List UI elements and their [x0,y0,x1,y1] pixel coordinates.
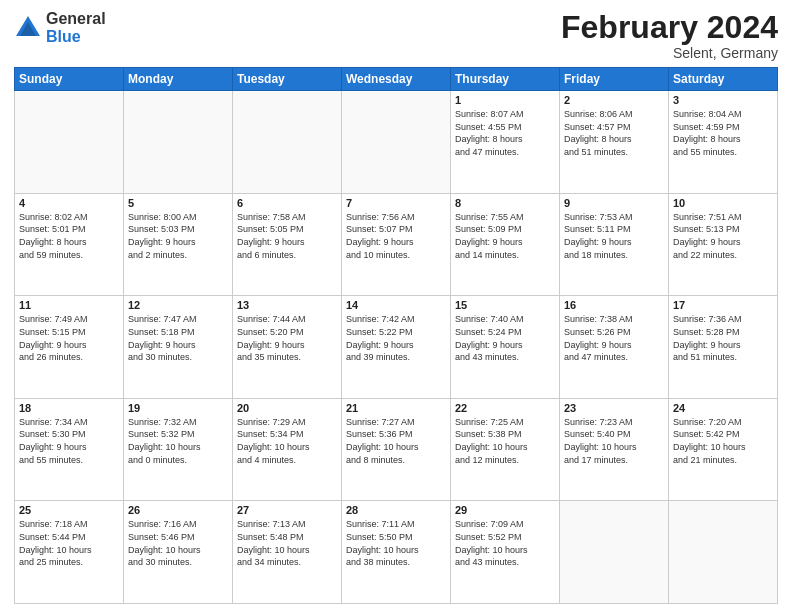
calendar-cell: 13Sunrise: 7:44 AM Sunset: 5:20 PM Dayli… [233,296,342,399]
calendar-week-3: 18Sunrise: 7:34 AM Sunset: 5:30 PM Dayli… [15,398,778,501]
day-number: 6 [237,197,337,209]
day-info: Sunrise: 7:18 AM Sunset: 5:44 PM Dayligh… [19,518,119,568]
day-info: Sunrise: 7:47 AM Sunset: 5:18 PM Dayligh… [128,313,228,363]
day-number: 13 [237,299,337,311]
day-info: Sunrise: 7:55 AM Sunset: 5:09 PM Dayligh… [455,211,555,261]
calendar-cell: 8Sunrise: 7:55 AM Sunset: 5:09 PM Daylig… [451,193,560,296]
calendar-cell: 11Sunrise: 7:49 AM Sunset: 5:15 PM Dayli… [15,296,124,399]
day-info: Sunrise: 7:44 AM Sunset: 5:20 PM Dayligh… [237,313,337,363]
day-number: 17 [673,299,773,311]
calendar-cell: 18Sunrise: 7:34 AM Sunset: 5:30 PM Dayli… [15,398,124,501]
day-info: Sunrise: 7:32 AM Sunset: 5:32 PM Dayligh… [128,416,228,466]
day-number: 7 [346,197,446,209]
page: General Blue February 2024 Selent, Germa… [0,0,792,612]
day-number: 2 [564,94,664,106]
day-number: 4 [19,197,119,209]
calendar-cell: 12Sunrise: 7:47 AM Sunset: 5:18 PM Dayli… [124,296,233,399]
day-info: Sunrise: 7:25 AM Sunset: 5:38 PM Dayligh… [455,416,555,466]
calendar-header-friday: Friday [560,68,669,91]
calendar-cell [15,91,124,194]
calendar-header-sunday: Sunday [15,68,124,91]
logo-icon [14,14,42,42]
day-info: Sunrise: 8:00 AM Sunset: 5:03 PM Dayligh… [128,211,228,261]
day-number: 9 [564,197,664,209]
day-number: 20 [237,402,337,414]
logo-blue: Blue [46,28,81,45]
calendar-cell: 28Sunrise: 7:11 AM Sunset: 5:50 PM Dayli… [342,501,451,604]
day-info: Sunrise: 7:56 AM Sunset: 5:07 PM Dayligh… [346,211,446,261]
day-info: Sunrise: 7:53 AM Sunset: 5:11 PM Dayligh… [564,211,664,261]
calendar-week-1: 4Sunrise: 8:02 AM Sunset: 5:01 PM Daylig… [15,193,778,296]
calendar-cell: 27Sunrise: 7:13 AM Sunset: 5:48 PM Dayli… [233,501,342,604]
calendar-cell: 10Sunrise: 7:51 AM Sunset: 5:13 PM Dayli… [669,193,778,296]
calendar-cell [669,501,778,604]
calendar-cell: 15Sunrise: 7:40 AM Sunset: 5:24 PM Dayli… [451,296,560,399]
day-info: Sunrise: 7:27 AM Sunset: 5:36 PM Dayligh… [346,416,446,466]
day-info: Sunrise: 8:04 AM Sunset: 4:59 PM Dayligh… [673,108,773,158]
day-number: 24 [673,402,773,414]
day-number: 3 [673,94,773,106]
calendar-week-0: 1Sunrise: 8:07 AM Sunset: 4:55 PM Daylig… [15,91,778,194]
day-number: 28 [346,504,446,516]
calendar-cell: 20Sunrise: 7:29 AM Sunset: 5:34 PM Dayli… [233,398,342,501]
day-info: Sunrise: 7:51 AM Sunset: 5:13 PM Dayligh… [673,211,773,261]
calendar-cell: 17Sunrise: 7:36 AM Sunset: 5:28 PM Dayli… [669,296,778,399]
day-number: 14 [346,299,446,311]
day-info: Sunrise: 8:07 AM Sunset: 4:55 PM Dayligh… [455,108,555,158]
day-info: Sunrise: 7:42 AM Sunset: 5:22 PM Dayligh… [346,313,446,363]
day-number: 21 [346,402,446,414]
calendar-cell: 24Sunrise: 7:20 AM Sunset: 5:42 PM Dayli… [669,398,778,501]
title-location: Selent, Germany [561,45,778,61]
calendar-week-4: 25Sunrise: 7:18 AM Sunset: 5:44 PM Dayli… [15,501,778,604]
day-number: 8 [455,197,555,209]
day-number: 26 [128,504,228,516]
calendar-cell: 5Sunrise: 8:00 AM Sunset: 5:03 PM Daylig… [124,193,233,296]
day-number: 19 [128,402,228,414]
calendar-cell: 23Sunrise: 7:23 AM Sunset: 5:40 PM Dayli… [560,398,669,501]
calendar-cell: 19Sunrise: 7:32 AM Sunset: 5:32 PM Dayli… [124,398,233,501]
header: General Blue February 2024 Selent, Germa… [14,10,778,61]
day-info: Sunrise: 7:58 AM Sunset: 5:05 PM Dayligh… [237,211,337,261]
calendar-cell [233,91,342,194]
calendar-cell: 3Sunrise: 8:04 AM Sunset: 4:59 PM Daylig… [669,91,778,194]
calendar-cell: 16Sunrise: 7:38 AM Sunset: 5:26 PM Dayli… [560,296,669,399]
day-number: 1 [455,94,555,106]
calendar-header-thursday: Thursday [451,68,560,91]
day-number: 29 [455,504,555,516]
day-number: 5 [128,197,228,209]
day-number: 23 [564,402,664,414]
calendar-table: SundayMondayTuesdayWednesdayThursdayFrid… [14,67,778,604]
day-number: 16 [564,299,664,311]
calendar-cell: 2Sunrise: 8:06 AM Sunset: 4:57 PM Daylig… [560,91,669,194]
calendar-cell: 4Sunrise: 8:02 AM Sunset: 5:01 PM Daylig… [15,193,124,296]
calendar-cell [342,91,451,194]
logo: General Blue [14,10,106,45]
calendar-cell [560,501,669,604]
calendar-cell: 1Sunrise: 8:07 AM Sunset: 4:55 PM Daylig… [451,91,560,194]
day-info: Sunrise: 7:49 AM Sunset: 5:15 PM Dayligh… [19,313,119,363]
title-month: February 2024 [561,10,778,45]
day-info: Sunrise: 7:29 AM Sunset: 5:34 PM Dayligh… [237,416,337,466]
day-info: Sunrise: 7:23 AM Sunset: 5:40 PM Dayligh… [564,416,664,466]
day-number: 12 [128,299,228,311]
calendar-cell: 29Sunrise: 7:09 AM Sunset: 5:52 PM Dayli… [451,501,560,604]
calendar-cell: 6Sunrise: 7:58 AM Sunset: 5:05 PM Daylig… [233,193,342,296]
calendar-header-tuesday: Tuesday [233,68,342,91]
day-info: Sunrise: 7:36 AM Sunset: 5:28 PM Dayligh… [673,313,773,363]
calendar-cell [124,91,233,194]
day-info: Sunrise: 7:40 AM Sunset: 5:24 PM Dayligh… [455,313,555,363]
calendar-header-monday: Monday [124,68,233,91]
day-info: Sunrise: 7:09 AM Sunset: 5:52 PM Dayligh… [455,518,555,568]
day-number: 27 [237,504,337,516]
day-info: Sunrise: 7:13 AM Sunset: 5:48 PM Dayligh… [237,518,337,568]
day-info: Sunrise: 7:11 AM Sunset: 5:50 PM Dayligh… [346,518,446,568]
day-number: 11 [19,299,119,311]
day-info: Sunrise: 7:38 AM Sunset: 5:26 PM Dayligh… [564,313,664,363]
day-number: 18 [19,402,119,414]
day-info: Sunrise: 7:20 AM Sunset: 5:42 PM Dayligh… [673,416,773,466]
calendar-header-row: SundayMondayTuesdayWednesdayThursdayFrid… [15,68,778,91]
day-number: 25 [19,504,119,516]
calendar-week-2: 11Sunrise: 7:49 AM Sunset: 5:15 PM Dayli… [15,296,778,399]
calendar-cell: 21Sunrise: 7:27 AM Sunset: 5:36 PM Dayli… [342,398,451,501]
day-info: Sunrise: 7:16 AM Sunset: 5:46 PM Dayligh… [128,518,228,568]
